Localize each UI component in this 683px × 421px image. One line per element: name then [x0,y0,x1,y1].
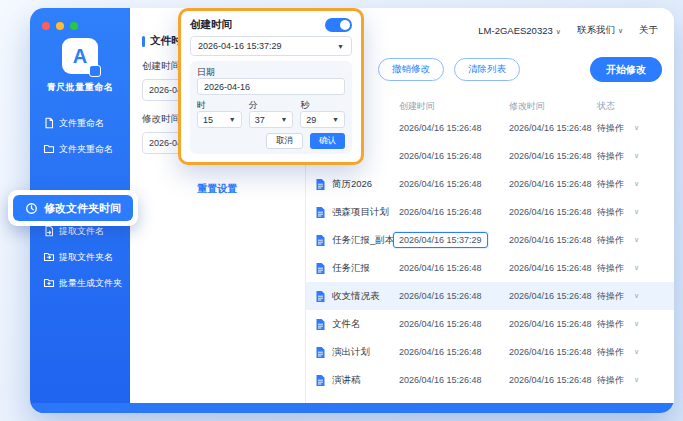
app-logo: A [62,38,98,74]
created-time-cell: 2026/04/16 15:26:48 [399,151,509,161]
extract-file-icon [43,225,55,237]
device-id-dropdown[interactable]: LM-2GAES20323∨ [478,25,561,36]
hour-label: 时 [197,99,242,109]
caret-down-icon: ▼ [280,116,287,123]
file-icon [43,117,55,129]
file-icon [314,374,327,387]
toolbar: 撤销修改 清除列表 开始修改 [378,57,662,82]
sidebar-item-file-rename[interactable]: 文件重命名 [36,110,124,136]
logo-badge-icon [89,65,101,77]
cancel-button[interactable]: 取消 [266,133,303,149]
chevron-down-icon: ∨ [634,124,639,132]
app-name: 青尺批量重命名 [30,81,130,94]
sidebar-item-label: 文件重命名 [59,117,104,130]
file-name-cell: 强森项目计划 [314,206,399,219]
table-row[interactable]: 简历2026 2026/04/16 15:26:48 2026/04/16 15… [306,170,674,198]
table-row[interactable]: 演出计划 2026/04/16 15:26:48 2026/04/16 15:2… [306,338,674,366]
maximize-window-icon[interactable] [70,22,78,30]
confirm-button[interactable]: 确认 [310,133,345,149]
modified-time-cell: 2026/04/16 15:26:48 [509,179,597,189]
status-cell[interactable]: 待操作∨ [597,206,662,219]
feature-callout: 修改文件夹时间 [8,190,138,226]
table-row[interactable]: 文件名 2026/04/16 15:26:48 2026/04/16 15:26… [306,310,674,338]
file-name-cell: 任务汇报_副本 [314,234,399,247]
status-cell[interactable]: 待操作∨ [597,234,662,247]
date-label: 日期 [197,66,345,76]
modified-time-cell: 2026/04/16 15:26:48 [509,235,597,245]
chevron-down-icon: ∨ [634,208,639,216]
hour-select[interactable]: 15▼ [197,111,242,128]
file-icon [314,318,327,331]
created-time-cell: 2026/04/16 15:26:48 [399,291,509,301]
caret-down-icon: ▼ [229,116,236,123]
window-controls [42,22,78,30]
logo-letter: A [73,45,87,68]
close-window-icon[interactable] [42,22,50,30]
file-name-cell: 任务汇报 [314,262,399,275]
status-cell[interactable]: 待操作∨ [597,318,662,331]
extract-folder-icon [43,251,55,263]
chevron-down-icon: ∨ [634,264,639,272]
minimize-window-icon[interactable] [56,22,64,30]
table-row[interactable]: 演讲稿 2026/04/16 15:26:48 2026/04/16 15:26… [306,366,674,394]
sidebar-item-batch-create-folders[interactable]: 批量生成文件夹 [36,270,124,296]
file-icon [314,262,327,275]
sidebar-item-folder-rename[interactable]: 文件夹重命名 [36,136,124,162]
minute-label: 分 [249,99,294,109]
file-icon [314,346,327,359]
modify-folder-time-button[interactable]: 修改文件夹时间 [13,195,133,221]
chevron-down-icon: ∨ [634,152,639,160]
status-column-header: 状态 [597,100,662,113]
second-label: 秒 [300,99,345,109]
chevron-down-icon: ∨ [618,27,623,34]
created-time-cell: 2026/04/16 15:26:48 [399,375,509,385]
created-time-cell: 2026/04/16 15:26:48 [399,207,509,217]
table-row[interactable]: 任务汇报 2026/04/16 15:26:48 2026/04/16 15:2… [306,254,674,282]
chevron-down-icon: ∨ [634,348,639,356]
modified-time-cell: 2026/04/16 15:26:48 [509,375,597,385]
popup-title: 创建时间 [190,18,232,32]
status-cell[interactable]: 待操作∨ [597,150,662,163]
status-cell[interactable]: 待操作∨ [597,346,662,359]
created-column-header: 创建时间 [399,100,509,113]
sidebar-item-extract-folder-name[interactable]: 提取文件夹名 [36,244,124,270]
caret-down-icon: ▼ [337,43,344,50]
chevron-down-icon: ∨ [634,376,639,384]
table-row-selected[interactable]: 收支情况表 2026/04/16 15:26:48 2026/04/16 15:… [306,282,674,310]
modified-time-cell: 2026/04/16 15:26:48 [509,207,597,217]
modified-time-cell: 2026/04/16 15:26:48 [509,319,597,329]
table-row[interactable]: 强森项目计划 2026/04/16 15:26:48 2026/04/16 15… [306,198,674,226]
reset-settings-link[interactable]: 重置设置 [130,182,305,196]
status-cell[interactable]: 待操作∨ [597,290,662,303]
created-time-cell: 2026/04/16 15:26:48 [399,263,509,273]
date-input[interactable]: 2026-04-16 [197,78,345,95]
status-cell[interactable]: 待操作∨ [597,122,662,135]
title-accent-bar [142,36,145,47]
chevron-down-icon: ∨ [634,180,639,188]
contact-us-menu[interactable]: 联系我们∨ [577,24,623,37]
created-time-cell: 2026/04/16 15:26:48 [399,319,509,329]
status-cell[interactable]: 待操作∨ [597,262,662,275]
second-select[interactable]: 29▼ [300,111,345,128]
start-modify-button[interactable]: 开始修改 [590,57,662,82]
file-icon [314,234,327,247]
time-fields: 时 15▼ 分 37▼ 秒 29▼ [197,99,345,128]
folder-icon [43,143,55,155]
undo-changes-button[interactable]: 撤销修改 [378,58,444,81]
chevron-down-icon: ∨ [634,320,639,328]
chevron-down-icon: ∨ [556,28,561,35]
file-name-cell: 收支情况表 [314,290,399,303]
created-time-toggle[interactable] [325,18,352,32]
file-icon [314,178,327,191]
status-cell[interactable]: 待操作∨ [597,178,662,191]
clear-list-button[interactable]: 清除列表 [454,58,520,81]
table-row[interactable]: 任务汇报_副本 2026/04/16 15:37:29 2026/04/16 1… [306,226,674,254]
batch-folder-icon [43,277,55,289]
minute-select[interactable]: 37▼ [249,111,294,128]
datetime-select[interactable]: 2026-04-16 15:37:29 ▼ [190,36,352,56]
sidebar-item-label: 提取文件夹名 [59,251,113,264]
about-menu[interactable]: 关于 [639,24,658,37]
status-cell[interactable]: 待操作∨ [597,374,662,387]
file-icon [314,206,327,219]
highlighted-time-value: 2026/04/16 15:37:29 [393,232,488,248]
